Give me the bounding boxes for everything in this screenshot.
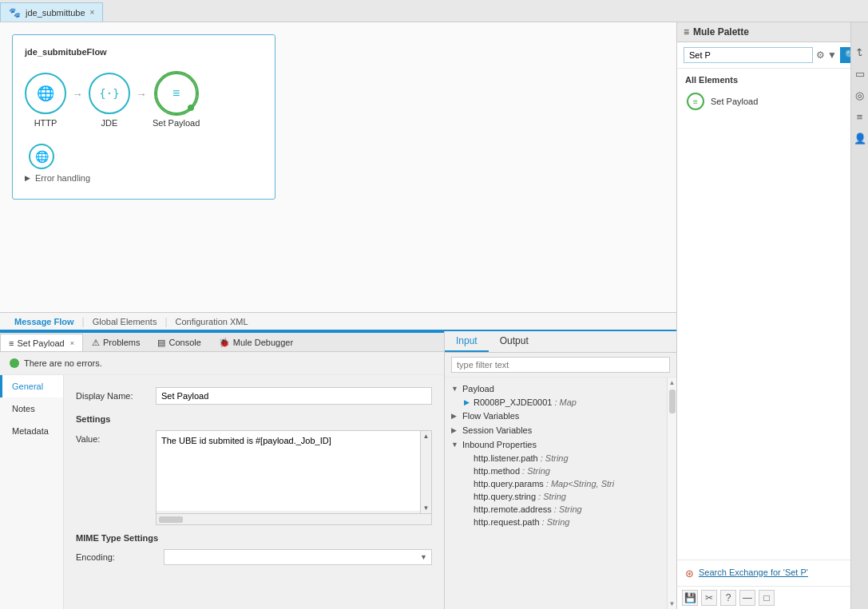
no-errors-icon (10, 358, 19, 368)
tab-global-elements[interactable]: Global Elements (86, 315, 164, 328)
query-params-label: http.query.params (474, 479, 544, 488)
palette-icon-filter[interactable]: ≡ (857, 111, 863, 123)
exchange-link[interactable]: Search Exchange for 'Set P' (699, 567, 808, 579)
palette-item-set-payload[interactable]: ≡ Set Payload (677, 88, 868, 115)
palette-section-all-elements: All Elements (677, 69, 868, 88)
tree-child-request-path[interactable]: http.request.path : String (458, 516, 667, 528)
palette-set-payload-icon: ≡ (687, 93, 704, 110)
flow-box: jde_submitubeFlow 🌐 HTTP → (12, 34, 275, 200)
tree-child-r0008p[interactable]: ▶ R0008P_XJDE0001 : Map (458, 396, 667, 409)
exchange-icon: ⊛ (685, 567, 694, 579)
palette-icon-person[interactable]: 👤 (854, 132, 866, 144)
mime-section: MIME Type Settings Encoding: UTF-8 UTF-1… (76, 533, 432, 565)
flow-node-jde[interactable]: {·} JDE (89, 73, 130, 128)
palette-gear-icon[interactable]: ⚙ ▼ (816, 49, 837, 61)
tree-child-query-params[interactable]: http.query.params : Map<String, Stri (458, 477, 667, 490)
flow-node-set-payload[interactable]: ≡ Set Payload (153, 73, 200, 128)
set-payload-tab-icon: ≡ (9, 338, 14, 348)
scroll-up-icon[interactable]: ▲ (421, 431, 431, 441)
palette-maximize-button[interactable]: □ (759, 590, 775, 606)
palette-icon-box[interactable]: ▭ (855, 68, 865, 80)
tab-console[interactable]: ▤ Console (149, 334, 209, 351)
flow-container: jde_submitubeFlow 🌐 HTTP → (0, 22, 676, 212)
set-payload-node-icon: ≡ (172, 86, 180, 101)
tab-set-payload[interactable]: ≡ Set Payload × (0, 334, 83, 351)
palette-set-payload-label: Set Payload (711, 97, 758, 106)
scroll-down-icon[interactable]: ▼ (421, 503, 431, 513)
tree-child-remote-address[interactable]: http.remote.address : String (458, 503, 667, 516)
scroll-up-btn[interactable]: ▲ (669, 379, 676, 386)
r0008p-arrow: ▶ (464, 398, 474, 406)
globe-icon-circle: 🌐 (29, 144, 54, 169)
r0008p-label: R0008P_XJDE0001 (474, 397, 552, 407)
tree-item-flow-vars[interactable]: ▶ Flow Variables (445, 409, 667, 423)
session-vars-arrow: ▶ (451, 426, 462, 434)
app-container: 🐾 jde_submittube × jde_submitubeFlow (0, 0, 868, 609)
main-tab-label: jde_submittube (26, 8, 85, 18)
inbound-filter-input[interactable] (451, 357, 670, 373)
main-tab-close[interactable]: × (90, 8, 95, 17)
palette-icon-arrow-left[interactable]: ↩ (854, 48, 866, 57)
set-payload-node-circle: ≡ (156, 73, 197, 114)
encoding-row: Encoding: UTF-8 UTF-16 ▼ (76, 549, 432, 565)
connector-arrow-2: → (136, 88, 147, 101)
encoding-select[interactable]: UTF-8 UTF-16 (164, 549, 432, 565)
set-payload-tab-close[interactable]: × (70, 339, 74, 347)
textarea-scrollbar[interactable]: ▲ ▼ (420, 431, 431, 513)
tab-configuration-xml[interactable]: Configuration XML (169, 315, 255, 328)
palette-panel: ≡ Mule Palette × ⚙ ▼ 🔍 All Elements ≡ Se… (676, 22, 868, 609)
tab-mule-debugger[interactable]: 🐞 Mule Debugger (210, 334, 302, 351)
palette-header-icon: ≡ (684, 26, 689, 38)
exchange-link-section: ⊛ Search Exchange for 'Set P' (677, 560, 868, 586)
remote-address-type: : String (554, 504, 582, 514)
display-name-label: Display Name: (76, 391, 156, 401)
palette-search-row: ⚙ ▼ 🔍 (677, 42, 868, 69)
error-section[interactable]: ▶ Error handling (25, 169, 263, 187)
palette-icon-circle[interactable]: ◎ (855, 89, 864, 101)
inbound-tab-input[interactable]: Input (445, 331, 489, 352)
bottom-split: ≡ Set Payload × ⚠ Problems ▤ Console (0, 330, 676, 609)
palette-search-input[interactable] (684, 47, 813, 63)
tree-child-query-string[interactable]: http.query.string : String (458, 490, 667, 503)
inbound-scrollbar[interactable]: ▲ ▼ (667, 378, 676, 609)
scroll-down-btn[interactable]: ▼ (669, 600, 676, 607)
palette-minimize-button[interactable]: — (739, 590, 755, 606)
textarea-hscroll[interactable] (157, 513, 431, 524)
value-row: Value: The UBE id submited is #[<span cl… (76, 430, 432, 525)
tree-child-method[interactable]: http.method : String (458, 465, 667, 477)
tab-message-flow[interactable]: Message Flow (8, 315, 81, 328)
inbound-tree-area: ▼ Payload ▶ R0008P_XJDE0001 : Map (445, 378, 676, 609)
palette-right-icons: ↩ ▭ ◎ ≡ 👤 (850, 22, 868, 609)
connector-arrow-1: → (72, 88, 83, 101)
set-payload-node-label: Set Payload (153, 118, 200, 128)
tree-item-payload[interactable]: ▼ Payload (445, 382, 667, 396)
inbound-tab-output[interactable]: Output (489, 331, 540, 352)
r0008p-type: : Map (554, 397, 577, 407)
problems-tab-icon: ⚠ (92, 338, 100, 348)
sub-globe-node: 🌐 (29, 144, 263, 169)
console-tab-label: Console (168, 338, 200, 347)
no-errors-bar: There are no errors. (0, 352, 444, 375)
props-nav-notes[interactable]: Notes (0, 397, 63, 420)
display-name-input[interactable] (156, 387, 432, 405)
palette-save-button[interactable]: 💾 (682, 590, 698, 606)
palette-cut-button[interactable]: ✂ (701, 590, 717, 606)
method-type: : String (522, 466, 550, 476)
palette-help-button[interactable]: ? (720, 590, 736, 606)
main-editor-tab[interactable]: 🐾 jde_submittube × (0, 2, 103, 22)
props-nav-metadata[interactable]: Metadata (0, 420, 63, 442)
props-sidebar: General Notes Metadata (0, 375, 64, 609)
tab-problems[interactable]: ⚠ Problems (83, 334, 149, 351)
flow-node-http[interactable]: 🌐 HTTP (25, 73, 66, 128)
value-textarea[interactable]: The UBE id submited is #[<span class="ke… (157, 431, 431, 511)
props-nav-general[interactable]: General (0, 375, 63, 397)
tree-child-listener-path[interactable]: http.listener.path : String (458, 452, 667, 465)
inbound-props-children: http.listener.path : String http.method … (445, 452, 667, 528)
tree-item-session-vars[interactable]: ▶ Session Variables (445, 423, 667, 437)
request-path-type: : String (542, 517, 570, 527)
palette-header: ≡ Mule Palette × (677, 22, 868, 42)
mule-icon: 🐾 (9, 7, 21, 18)
palette-title: Mule Palette (693, 26, 749, 38)
tree-item-inbound-props[interactable]: ▼ Inbound Properties (445, 437, 667, 452)
encoding-label: Encoding: (76, 552, 156, 562)
